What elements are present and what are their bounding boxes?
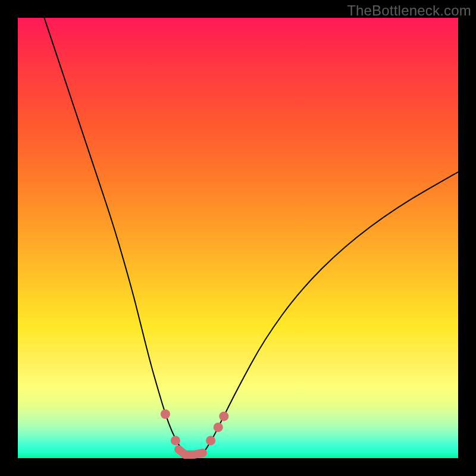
chart-frame: TheBottleneck.com <box>0 0 476 476</box>
highlight-marker <box>171 436 180 445</box>
valley-highlight-segment <box>178 449 203 455</box>
right-curve <box>203 172 458 454</box>
highlight-marker <box>206 436 215 445</box>
left-curve <box>44 18 185 454</box>
plot-area <box>18 18 458 458</box>
watermark-text: TheBottleneck.com <box>347 2 471 19</box>
highlight-marker <box>214 422 223 432</box>
highlight-marker <box>219 412 228 421</box>
curves-layer <box>18 18 458 458</box>
highlight-marker <box>161 409 170 419</box>
